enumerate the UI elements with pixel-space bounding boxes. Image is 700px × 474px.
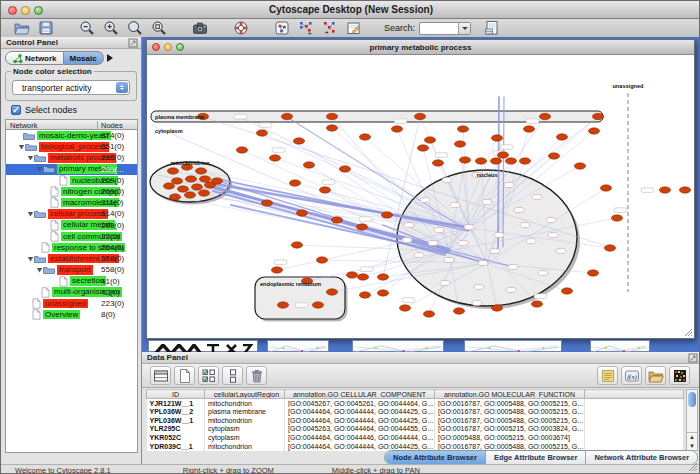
tab-overflow-arrow-icon[interactable] <box>107 54 117 62</box>
merge-networks-icon[interactable] <box>295 20 316 37</box>
save-session-icon[interactable] <box>35 20 56 37</box>
scrollbar-arrows[interactable]: ▲▼ <box>687 432 697 450</box>
search-dropdown-arrow-icon[interactable] <box>458 23 470 34</box>
node-count: 209(0) <box>101 221 124 230</box>
tree-row[interactable]: response to stimulu264(0) <box>6 242 137 253</box>
tree-row[interactable]: cellular process614(0) <box>6 208 137 219</box>
zoom-view-button[interactable] <box>176 43 184 51</box>
expand-arrow-icon[interactable] <box>27 210 34 218</box>
import-attributes-icon[interactable] <box>645 366 666 385</box>
table-cell: [GO:0044464, GO:0044444, GO:0044425, G..… <box>285 407 435 416</box>
background-window[interactable] <box>590 340 650 352</box>
float-panel-icon[interactable] <box>128 38 138 48</box>
select-nodes-checkbox[interactable]: ✓ <box>11 105 21 115</box>
tree-row[interactable]: multi-organism pro42(0) <box>6 287 137 298</box>
new-attribute-icon[interactable] <box>174 366 195 385</box>
select-attributes-icon[interactable] <box>198 366 219 385</box>
control-panel-header: Control Panel <box>1 37 141 49</box>
function-builder-icon[interactable]: f(x) <box>621 366 642 385</box>
tree-row[interactable]: metabolic process280(0) <box>6 152 137 163</box>
expand-arrow-icon[interactable] <box>27 154 34 162</box>
toolbar-group <box>189 20 213 37</box>
zoom-out-icon[interactable] <box>76 20 97 37</box>
window-resize-grip[interactable] <box>688 462 698 472</box>
attribute-table-icon[interactable] <box>150 366 171 385</box>
file-icon <box>50 231 59 242</box>
background-window[interactable] <box>464 340 562 352</box>
tab-mosaic[interactable]: Mosaic <box>64 51 104 65</box>
tree-row[interactable]: cell communicat22(0) <box>6 231 137 242</box>
background-window[interactable] <box>352 340 444 352</box>
table-row[interactable]: YLR295Ccytoplasm[GO:0045263, GO:0044464,… <box>147 425 684 434</box>
svg-text:f(x): f(x) <box>627 372 637 380</box>
minimize-window-button[interactable] <box>21 6 30 15</box>
table-column-header[interactable]: annotation.GO MOLECULAR_FUNCTION <box>435 390 585 399</box>
tab-edge-attribute-browser[interactable]: Edge Attribute Browser <box>486 451 586 464</box>
network-canvas[interactable]: plasma membranecytoplasmmitochondrionnuc… <box>147 55 694 338</box>
matrix-icon[interactable] <box>669 366 690 385</box>
scrollbar-thumb[interactable] <box>688 392 696 407</box>
table-cell: mitochondrion <box>205 416 285 425</box>
unselect-attributes-icon[interactable] <box>222 366 243 385</box>
annotation-icon[interactable] <box>343 20 364 37</box>
search-input[interactable] <box>419 22 471 35</box>
table-row[interactable]: YKR052Ccytoplasm[GO:0044464, GO:0044446,… <box>147 433 684 442</box>
table-column-header[interactable]: annotation.GO CELLULAR_COMPONENT <box>285 390 435 399</box>
tree-row[interactable]: nucleobase-209(0) <box>6 175 137 186</box>
background-window[interactable] <box>148 340 258 352</box>
tree-row[interactable]: unassigned223(0) <box>6 298 137 309</box>
expand-arrow-icon[interactable] <box>36 165 43 173</box>
file-icon <box>41 287 50 298</box>
table-row[interactable]: YPL036W__1mitochondrion[GO:0044464, GO:0… <box>147 416 684 425</box>
close-view-button[interactable] <box>152 43 160 51</box>
group-legend: Node color selection <box>11 67 94 76</box>
tree-row[interactable]: Overview8(0) <box>6 309 137 320</box>
close-window-button[interactable] <box>8 6 17 15</box>
import-table-icon[interactable] <box>481 20 502 37</box>
tree-row[interactable]: primary metabo209(... <box>6 164 137 175</box>
tree-row[interactable]: establishment of lo558(0) <box>6 253 137 264</box>
network-view-window[interactable]: primary metabolic process plasma membran… <box>146 39 695 339</box>
table-column-header[interactable] <box>585 390 684 399</box>
zoom-selected-icon[interactable] <box>148 20 169 37</box>
open-file-icon[interactable] <box>11 20 32 37</box>
minimize-view-button[interactable] <box>164 43 172 51</box>
attribute-table[interactable]: ID_cellularLayoutRegionannotation.GO CEL… <box>146 389 684 451</box>
expand-arrow-icon[interactable] <box>27 255 34 263</box>
table-column-header[interactable]: _cellularLayoutRegion <box>205 390 285 399</box>
zoom-window-button[interactable] <box>34 6 43 15</box>
zoom-in-icon[interactable] <box>100 20 121 37</box>
folder-icon <box>34 254 46 264</box>
expand-arrow-icon[interactable] <box>18 143 25 151</box>
tree-row[interactable]: macromolecule311(0) <box>6 197 137 208</box>
help-lifering-icon[interactable] <box>230 20 251 37</box>
tab-node-attribute-browser[interactable]: Node Attribute Browser <box>385 451 486 464</box>
table-column-header[interactable]: ID <box>147 390 205 399</box>
network-window-titlebar[interactable]: primary metabolic process <box>147 40 694 55</box>
notes-icon[interactable] <box>597 366 618 385</box>
search-text-field[interactable] <box>421 23 457 34</box>
background-window[interactable] <box>267 340 329 352</box>
vizmapper-icon[interactable] <box>271 20 292 37</box>
tree-row[interactable]: secretion41(0) <box>6 275 137 286</box>
table-row[interactable]: YJR121W__1mitochondrion[GO:0045267, GO:0… <box>147 399 684 408</box>
node-color-dropdown[interactable]: transporter activity <box>12 80 130 95</box>
table-cell: YPL036W__1 <box>147 416 205 425</box>
tree-row[interactable]: biological_process651(0) <box>6 141 137 152</box>
float-data-panel-icon[interactable] <box>688 353 698 363</box>
merge-networks-alt-icon[interactable] <box>319 20 340 37</box>
zoom-fit-icon[interactable] <box>124 20 145 37</box>
table-row[interactable]: YPL036W__2plasma membrane[GO:0044464, GO… <box>147 407 684 416</box>
tree-row[interactable]: transport558(0) <box>6 264 137 275</box>
snapshot-icon[interactable] <box>189 20 210 37</box>
tree-row[interactable]: mosaic-demo-yeast874(0) <box>6 130 137 141</box>
delete-attribute-icon[interactable] <box>246 366 267 385</box>
tree-row[interactable]: nitrogen compo209(0) <box>6 186 137 197</box>
table-scrollbar[interactable]: ▲▼ <box>686 389 698 451</box>
tab-network[interactable]: Network <box>5 51 64 65</box>
tree-row[interactable]: cellular metab209(0) <box>6 220 137 231</box>
tab-network-attribute-browser[interactable]: Network Attribute Browser <box>586 451 697 464</box>
node-count: 558(0) <box>101 265 124 274</box>
file-icon <box>50 186 59 197</box>
expand-arrow-icon[interactable] <box>36 266 43 274</box>
